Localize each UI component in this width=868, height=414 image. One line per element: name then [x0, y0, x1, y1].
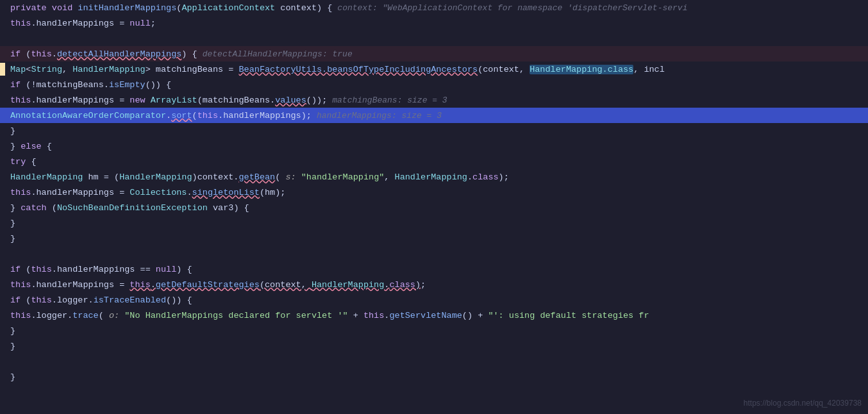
code-line: this.logger.trace( o: "No HandlerMapping… — [0, 308, 868, 323]
code-line: } — [0, 338, 868, 354]
code-line: this.handlerMappings = Collections.singl… — [0, 185, 868, 200]
line-code: AnnotationAwareOrderComparator.sort(this… — [0, 111, 312, 120]
line-code: } else { — [0, 142, 52, 151]
code-line — [0, 31, 868, 46]
line-marker — [0, 63, 5, 76]
line-code: this.handlerMappings = null; — [0, 19, 156, 28]
code-line: } — [0, 323, 868, 338]
code-line: if (!matchingBeans.isEmpty()) { — [0, 77, 868, 92]
code-line: } — [0, 369, 868, 385]
code-line: if (this.detectAllHandlerMappings) { det… — [0, 46, 868, 62]
code-line: AnnotationAwareOrderComparator.sort(this… — [0, 108, 868, 123]
line-code: private void initHandlerMappings(Applica… — [0, 3, 332, 13]
code-line: Map<String, HandlerMapping> matchingBean… — [0, 62, 868, 77]
line-code: } — [0, 372, 15, 382]
code-line: if (this.logger.isTraceEnabled()) { — [0, 292, 868, 308]
line-code: } — [0, 234, 15, 244]
code-line — [0, 354, 868, 369]
code-line: this.handlerMappings = null; — [0, 15, 868, 31]
line-code: if (this.detectAllHandlerMappings) { — [0, 49, 197, 59]
line-hint: matchingBeans: size = 3 — [332, 95, 447, 105]
line-code: this.handlerMappings = this.getDefaultSt… — [0, 280, 426, 290]
code-viewer: private void initHandlerMappings(Applica… — [0, 0, 868, 414]
line-code: this.logger.trace( o: "No HandlerMapping… — [0, 311, 649, 320]
line-code: Map<String, HandlerMapping> matchingBean… — [0, 65, 665, 74]
line-code: this.handlerMappings = Collections.singl… — [0, 188, 285, 197]
line-code: if (this.handlerMappings == null) { — [0, 265, 192, 274]
code-line: } — [0, 215, 868, 231]
code-line: } catch (NoSuchBeanDefinitionException v… — [0, 200, 868, 215]
line-code: HandlerMapping hm = (HandlerMapping)cont… — [0, 172, 509, 182]
line-code: } catch (NoSuchBeanDefinitionException v… — [0, 203, 249, 213]
code-line: try { — [0, 154, 868, 169]
code-line: this.handlerMappings = this.getDefaultSt… — [0, 277, 868, 292]
code-line: } else { — [0, 138, 868, 154]
code-line — [0, 246, 868, 261]
line-hint: detectAllHandlerMappings: true — [203, 49, 353, 59]
code-line: } — [0, 123, 868, 138]
line-hint: handlerMappings: size = 3 — [317, 111, 442, 120]
code-line: if (this.handlerMappings == null) { — [0, 261, 868, 277]
line-code: } — [0, 326, 15, 336]
line-code: } — [0, 219, 15, 228]
line-code: } — [0, 342, 15, 351]
line-code: if (!matchingBeans.isEmpty()) { — [0, 80, 171, 90]
code-line: HandlerMapping hm = (HandlerMapping)cont… — [0, 169, 868, 185]
code-line: this.handlerMappings = new ArrayList(mat… — [0, 92, 868, 108]
code-line: private void initHandlerMappings(Applica… — [0, 0, 868, 15]
line-code: } — [0, 126, 15, 136]
line-code: try { — [0, 157, 37, 167]
line-hint: context: "WebApplicationContext for name… — [337, 3, 687, 13]
watermark: https://blog.csdn.net/qq_42039738 — [744, 399, 862, 408]
code-line: } — [0, 231, 868, 246]
line-code: this.handlerMappings = new ArrayList(mat… — [0, 95, 327, 105]
code-content: private void initHandlerMappings(Applica… — [0, 0, 868, 385]
line-code: if (this.logger.isTraceEnabled()) { — [0, 295, 192, 305]
